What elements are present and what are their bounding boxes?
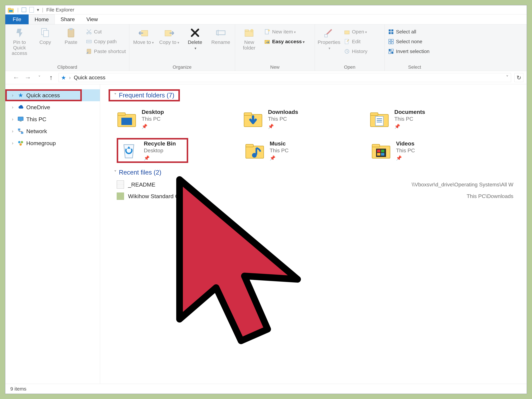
paste-button[interactable]: Paste xyxy=(60,26,82,45)
delete-button[interactable]: Delete▾ xyxy=(184,26,206,51)
refresh-button[interactable]: ↻ xyxy=(514,73,523,82)
tree-item-label: Quick access xyxy=(26,92,60,99)
paste-shortcut-icon xyxy=(86,48,92,54)
svg-point-19 xyxy=(268,29,270,32)
qat-checkbox-icon[interactable] xyxy=(22,7,26,12)
svg-rect-27 xyxy=(389,32,391,34)
folder-icon xyxy=(245,141,265,160)
pin-icon: 📌 xyxy=(394,124,425,129)
svg-rect-6 xyxy=(69,28,73,30)
quick-access-star-icon: ★ xyxy=(61,74,66,81)
svg-rect-51 xyxy=(375,116,383,126)
tab-view[interactable]: View xyxy=(81,14,104,24)
folder-name: Documents xyxy=(394,109,425,115)
tab-home[interactable]: Home xyxy=(29,14,55,24)
svg-rect-25 xyxy=(389,29,391,32)
properties-icon xyxy=(324,27,334,38)
paste-shortcut-button[interactable]: Paste shortcut xyxy=(86,47,126,56)
folder-icon xyxy=(371,141,391,160)
open-button[interactable]: Open▾ xyxy=(344,27,367,36)
ribbon-group-new: New folder New item▾ Easy access▾ xyxy=(235,25,315,71)
new-item-button[interactable]: New item▾ xyxy=(264,27,305,36)
expander-icon[interactable]: › xyxy=(10,117,15,122)
copy-to-button[interactable]: Copy to▾ xyxy=(158,26,180,45)
history-button[interactable]: History xyxy=(344,47,367,56)
tree-item-quick-access[interactable]: › ★ Quick access xyxy=(5,89,100,101)
address-bar[interactable]: ★ › Quick access ˅ xyxy=(58,73,511,82)
svg-rect-26 xyxy=(391,29,393,32)
svg-rect-32 xyxy=(391,42,393,44)
tab-file[interactable]: File xyxy=(5,14,29,24)
new-folder-button[interactable]: New folder xyxy=(238,26,260,51)
move-to-button[interactable]: Move to▾ xyxy=(133,26,154,45)
tab-share[interactable]: Share xyxy=(55,14,81,24)
folder-tile-downloads[interactable]: Downloads This PC 📌 xyxy=(243,106,363,131)
section-header-label: Recent files (2) xyxy=(119,169,161,176)
content-pane[interactable]: ˅ Frequent folders (7) Desktop This PC 📌 xyxy=(100,84,527,384)
address-dropdown-icon[interactable]: ˅ xyxy=(506,75,509,81)
folder-name: Videos xyxy=(396,140,415,147)
select-all-icon xyxy=(388,29,394,35)
svg-rect-53 xyxy=(246,144,253,147)
tree-item-label: OneDrive xyxy=(26,104,50,111)
tree-item-network[interactable]: › Network xyxy=(5,125,100,137)
expander-icon[interactable]: › xyxy=(10,140,15,146)
easy-access-button[interactable]: Easy access▾ xyxy=(264,37,305,46)
svg-rect-60 xyxy=(377,153,380,156)
file-explorer-window: | ▾ | File Explorer File Home Share View… xyxy=(5,5,527,394)
recent-locations-button[interactable]: ˅ xyxy=(35,75,44,80)
rename-button[interactable]: Rename xyxy=(210,26,232,45)
invert-selection-button[interactable]: Invert selection xyxy=(388,47,430,56)
folder-tile-music[interactable]: Music This PC 📌 xyxy=(245,138,364,163)
pin-to-quick-access-button[interactable]: Pin to Quick access xyxy=(9,26,30,56)
pin-icon xyxy=(14,27,25,38)
copy-path-button[interactable]: Copy path xyxy=(86,37,126,46)
section-header-recent-files[interactable]: ˅ Recent files (2) xyxy=(110,168,165,177)
tree-item-homegroup[interactable]: › Homegroup xyxy=(5,137,100,149)
up-button[interactable]: ↑ xyxy=(47,74,55,81)
expander-icon[interactable]: › xyxy=(10,105,15,110)
copy-to-icon xyxy=(164,27,175,38)
back-button[interactable]: ← xyxy=(12,74,20,81)
open-icon xyxy=(344,29,350,35)
svg-rect-37 xyxy=(18,117,23,120)
select-all-button[interactable]: Select all xyxy=(388,27,430,36)
frequent-folders-grid: Desktop This PC 📌 Downloads This PC 📌 xyxy=(110,101,526,168)
edit-button[interactable]: Edit xyxy=(344,37,367,46)
network-icon xyxy=(17,128,24,134)
title-bar[interactable]: | ▾ | File Explorer xyxy=(5,5,527,14)
folder-tile-recycle-bin[interactable]: Recycle Bin Desktop 📌 xyxy=(117,138,188,163)
app-icon xyxy=(7,6,14,13)
svg-point-54 xyxy=(252,153,257,158)
chevron-down-icon: ˅ xyxy=(114,170,117,175)
group-label-open: Open xyxy=(318,64,381,71)
tree-item-this-pc[interactable]: › This PC xyxy=(5,113,100,125)
forward-button[interactable]: → xyxy=(24,74,32,81)
breadcrumb-location[interactable]: Quick access xyxy=(74,75,105,81)
select-none-button[interactable]: Select none xyxy=(388,37,430,46)
svg-rect-16 xyxy=(245,30,248,32)
recent-file-row[interactable]: Wikihow Standard Gr This PC\Downloads xyxy=(117,190,527,202)
monitor-icon xyxy=(17,116,24,122)
cut-button[interactable]: Cut xyxy=(86,27,126,36)
properties-button[interactable]: Properties▾ xyxy=(318,26,340,51)
text-file-icon xyxy=(117,180,124,189)
section-header-frequent-folders[interactable]: ˅ Frequent folders (7) xyxy=(108,89,180,101)
copy-button[interactable]: Copy xyxy=(34,26,56,45)
qat-document-icon[interactable] xyxy=(29,7,34,13)
svg-point-17 xyxy=(250,29,253,32)
folder-tile-videos[interactable]: Videos This PC 📌 xyxy=(371,138,491,163)
folder-tile-documents[interactable]: Documents This PC 📌 xyxy=(369,106,489,131)
recent-file-row[interactable]: _README \\Vboxsvr\d_drive\Operating Syst… xyxy=(117,179,527,190)
svg-rect-30 xyxy=(391,39,393,41)
recycle-bin-icon xyxy=(119,141,139,160)
expander-icon[interactable]: › xyxy=(10,128,15,134)
tree-item-onedrive[interactable]: › OneDrive xyxy=(5,101,100,113)
folder-tile-desktop[interactable]: Desktop This PC 📌 xyxy=(117,106,236,131)
group-label-new: New xyxy=(238,64,311,71)
svg-rect-50 xyxy=(370,113,378,115)
folder-location: This PC xyxy=(270,147,289,154)
navigation-pane[interactable]: › ★ Quick access › OneDrive › This PC › xyxy=(5,84,100,384)
expander-icon[interactable]: › xyxy=(10,93,15,98)
qat-dropdown-icon[interactable]: ▾ xyxy=(37,7,39,13)
